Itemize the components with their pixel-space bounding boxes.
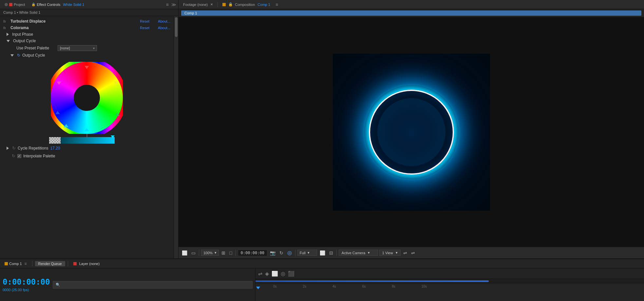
reset-btn-turbulent[interactable]: Reset (140, 19, 149, 23)
marker-green[interactable] (115, 113, 120, 116)
right-tab-bar: Footage (none) ✕ 🔒 Composition Comp 1 ≡ (179, 0, 644, 9)
search-box[interactable]: 🔍 (53, 281, 253, 289)
timeline-icon-film[interactable]: ⬜ (272, 271, 278, 277)
view-icon-2[interactable]: ⊟ (328, 250, 334, 256)
glow-ring (369, 90, 454, 175)
cycle-rep-label: Cycle Repetitions (18, 146, 48, 150)
camera-select-arrow: ▾ (368, 251, 370, 255)
grid-btn[interactable]: ⊞ (220, 250, 227, 256)
tab-project[interactable]: Project (2, 2, 28, 7)
gradient-handle[interactable] (111, 135, 115, 138)
transfer-btn-2[interactable]: ⇌ (410, 250, 416, 256)
timeline-icon-globe[interactable]: ◎ (281, 271, 285, 277)
left-panel-tab-bar: Project 🔒 Effect Controls White Solid 1 … (0, 0, 178, 9)
tab-label-project: Project (14, 3, 25, 7)
region-icon: □ (229, 250, 232, 256)
tab-footage[interactable]: Footage (none) ✕ (180, 2, 216, 7)
output-cycle-inner-toggle[interactable] (10, 54, 14, 57)
timeline-icon-cube[interactable]: ◈ (265, 271, 269, 277)
zoom-select[interactable]: 100% ▾ (201, 250, 219, 256)
quality-select[interactable]: Full ▾ (297, 250, 317, 256)
right-panel: Footage (none) ✕ 🔒 Composition Comp 1 ≡ … (179, 0, 644, 258)
left-panel-scrollbar[interactable] (174, 16, 178, 258)
zoom-value: 100% (203, 251, 213, 255)
view-count-select[interactable]: 1 View ▾ (379, 250, 401, 256)
fps-label: 0000 (25.00 fps) (3, 288, 50, 292)
tab-comp1-bottom[interactable]: Comp 1 ≡ (2, 261, 29, 267)
input-phase-row[interactable]: Input Phase (0, 31, 174, 38)
transfer-btn-1[interactable]: ⇌ (402, 250, 408, 256)
timeline-icons: ⇌ ◈ ⬜ ◎ ⬛ (258, 271, 294, 277)
footage-close[interactable]: ✕ (210, 3, 213, 6)
refresh-icon: ↻ (17, 53, 20, 58)
monitor-btn[interactable]: ▭ (190, 250, 197, 256)
snapshot-btn[interactable]: ⬜ (180, 250, 189, 256)
tab-layer-none[interactable]: Layer (none) (71, 261, 102, 266)
comp-view-btn[interactable]: Comp 1 (181, 10, 641, 16)
color-picker-btn[interactable]: ◎ (286, 249, 293, 257)
ruler-label-4s: 4s (332, 285, 336, 288)
cycle-rep-toggle[interactable] (7, 147, 9, 150)
effects-list: fx Turbulent Displace Reset About... fx … (0, 16, 174, 161)
refresh-ctrl-icon: ↻ (279, 250, 283, 256)
marker-magenta[interactable] (57, 81, 61, 85)
output-cycle-inner-row[interactable]: ↻ Output Cycle (0, 52, 174, 59)
comp-tab-menu[interactable]: ≡ (275, 2, 278, 7)
left-panel-more-icon[interactable]: ≫ (171, 2, 176, 7)
timeline-ruler: 0s 2s 4s 6s 8s 10s (256, 279, 644, 301)
color-wheel-wrapper[interactable] (51, 62, 123, 134)
about-btn-colorama[interactable]: About... (158, 26, 170, 30)
left-panel-menu-icon[interactable]: ≡ (166, 2, 169, 7)
monitor-icon: ▭ (191, 250, 196, 256)
timecode-display[interactable]: 0:00:00:00 (238, 250, 267, 256)
refresh-btn[interactable]: ↻ (278, 250, 285, 256)
preset-palette-dropdown[interactable]: [none] ▾ (58, 45, 97, 51)
view-icon-1[interactable]: ⬜ (318, 250, 327, 256)
marker-blue[interactable] (55, 111, 60, 114)
left-panel-content: fx Turbulent Displace Reset About... fx … (0, 16, 178, 258)
region-btn[interactable]: □ (228, 250, 233, 256)
comp-tab-icon (222, 3, 226, 6)
camera-snap-btn[interactable]: 📷 (269, 250, 277, 256)
ruler-label-6s: 6s (362, 285, 366, 288)
comp-tab-label: Composition (235, 3, 255, 7)
transfer-icon-2: ⇌ (411, 250, 415, 256)
timeline-icon-connect[interactable]: ⇌ (258, 271, 262, 277)
marker-yellow[interactable] (114, 81, 118, 85)
color-wheel-inner (74, 85, 100, 111)
about-btn-turbulent[interactable]: About... (158, 19, 170, 23)
comp1-menu-icon[interactable]: ≡ (25, 261, 27, 266)
footage-tab-label: Footage (none) (183, 3, 208, 7)
marker-cyan-bottom[interactable] (64, 124, 68, 127)
interpolate-checkbox[interactable]: ✓ (17, 154, 21, 158)
input-phase-toggle[interactable] (7, 33, 9, 36)
active-camera-select[interactable]: Active Camera ▾ (339, 250, 378, 256)
dropdown-arrow-palette: ▾ (93, 46, 95, 50)
gradient-line (87, 124, 87, 137)
tab-close-project[interactable] (5, 3, 8, 6)
tab-highlight-white-solid: White Solid 1 (63, 3, 84, 7)
comp1-bottom-icon (5, 262, 8, 265)
timecode-large[interactable]: 0:00:00:00 (3, 277, 50, 287)
layer-none-label: Layer (none) (79, 262, 100, 266)
effect-name-colorama: Colorama (10, 26, 28, 30)
output-cycle-row[interactable]: Output Cycle (0, 38, 174, 44)
gradient-bar[interactable] (49, 137, 115, 144)
rect-icon-2: ⊟ (329, 250, 333, 256)
tab-effect-controls[interactable]: 🔒 Effect Controls White Solid 1 (29, 2, 87, 7)
marker-red[interactable] (85, 66, 89, 69)
effect-turbulent-displace: fx Turbulent Displace Reset About... (0, 18, 174, 25)
preset-palette-value: [none] (60, 46, 70, 50)
render-queue-tab[interactable]: Render Queue (35, 261, 65, 266)
interpolate-row: ↻ ✓ Interpolate Palette (0, 152, 174, 159)
timeline-icon-calendar[interactable]: ⬛ (288, 271, 294, 277)
ruler-label-2s: 2s (303, 285, 307, 288)
cycle-rep-value[interactable]: 17.20 (50, 146, 60, 150)
timeline-progress[interactable] (256, 280, 489, 282)
ruler-label-10s: 10s (422, 285, 427, 288)
tab-composition[interactable]: 🔒 Composition Comp 1 (220, 2, 273, 7)
left-panel: Project 🔒 Effect Controls White Solid 1 … (0, 0, 179, 258)
output-cycle-toggle[interactable] (7, 40, 10, 42)
scroll-thumb[interactable] (175, 17, 178, 37)
reset-btn-colorama[interactable]: Reset (140, 26, 149, 30)
